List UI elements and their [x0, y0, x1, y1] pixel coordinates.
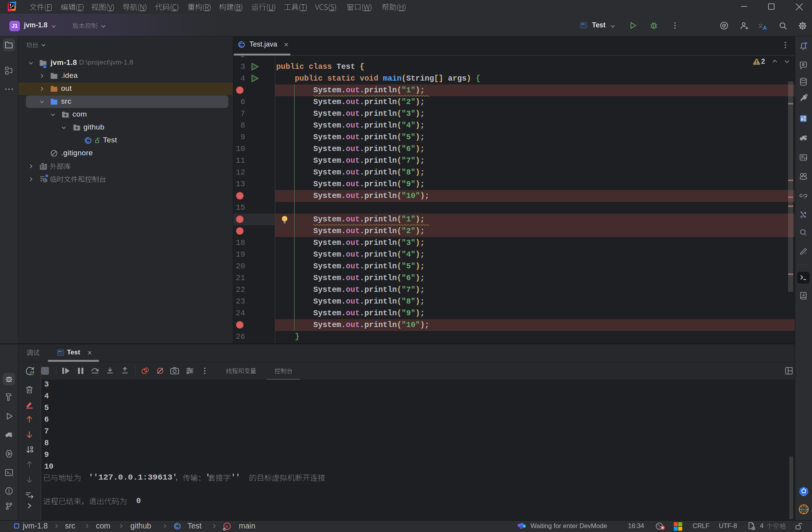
svg-text:m: m [226, 524, 228, 529]
svg-text:A: A [802, 293, 805, 297]
svg-text:A: A [763, 25, 767, 31]
